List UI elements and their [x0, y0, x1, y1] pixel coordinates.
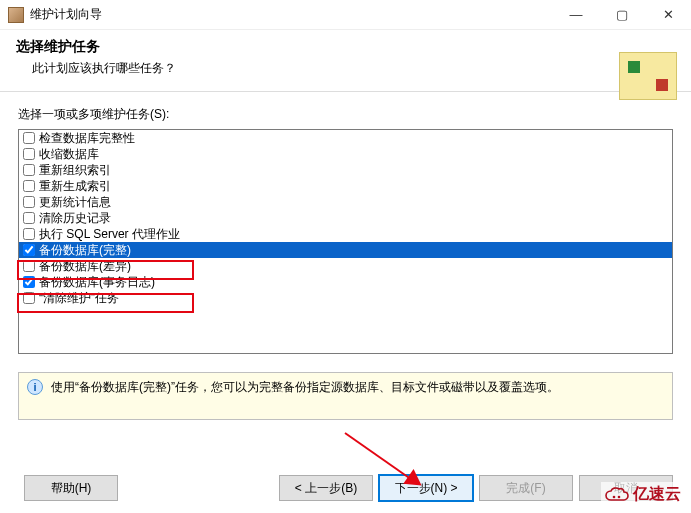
task-label: 更新统计信息 [39, 194, 111, 210]
task-checkbox[interactable] [23, 196, 35, 208]
task-listbox[interactable]: 检查数据库完整性收缩数据库重新组织索引重新生成索引更新统计信息清除历史记录执行 … [18, 129, 673, 354]
task-checkbox[interactable] [23, 276, 35, 288]
task-row[interactable]: 重新生成索引 [19, 178, 672, 194]
back-button[interactable]: < 上一步(B) [279, 475, 373, 501]
watermark-icon [605, 486, 629, 504]
info-icon: i [27, 379, 43, 395]
task-checkbox[interactable] [23, 228, 35, 240]
watermark: 亿速云 [601, 482, 685, 507]
task-row[interactable]: 执行 SQL Server 代理作业 [19, 226, 672, 242]
task-row[interactable]: 备份数据库(事务日志) [19, 274, 672, 290]
task-checkbox[interactable] [23, 244, 35, 256]
task-label: 重新生成索引 [39, 178, 111, 194]
task-checkbox[interactable] [23, 260, 35, 272]
task-label: “清除维护”任务 [39, 290, 119, 306]
task-checkbox[interactable] [23, 148, 35, 160]
watermark-text: 亿速云 [633, 484, 681, 505]
task-checkbox[interactable] [23, 292, 35, 304]
task-checkbox[interactable] [23, 132, 35, 144]
wizard-header: 选择维护任务 此计划应该执行哪些任务？ [0, 30, 691, 92]
task-label: 执行 SQL Server 代理作业 [39, 226, 180, 242]
maximize-button[interactable]: ▢ [599, 0, 645, 30]
task-label: 重新组织索引 [39, 162, 111, 178]
task-row[interactable]: 更新统计信息 [19, 194, 672, 210]
help-button[interactable]: 帮助(H) [24, 475, 118, 501]
finish-button[interactable]: 完成(F) [479, 475, 573, 501]
task-label: 备份数据库(差异) [39, 258, 131, 274]
close-button[interactable]: ✕ [645, 0, 691, 30]
info-text: 使用“备份数据库(完整)”任务，您可以为完整备份指定源数据库、目标文件或磁带以及… [51, 379, 559, 396]
window-controls: — ▢ ✕ [553, 0, 691, 30]
content-area: 选择一项或多项维护任务(S): 检查数据库完整性收缩数据库重新组织索引重新生成索… [0, 92, 691, 420]
footer: 帮助(H) < 上一步(B) 下一步(N) > 完成(F) 取消 [0, 475, 691, 501]
task-checkbox[interactable] [23, 212, 35, 224]
page-title: 选择维护任务 [16, 38, 675, 56]
minimize-button[interactable]: — [553, 0, 599, 30]
task-row[interactable]: “清除维护”任务 [19, 290, 672, 306]
task-label: 备份数据库(事务日志) [39, 274, 155, 290]
task-row[interactable]: 备份数据库(差异) [19, 258, 672, 274]
svg-point-1 [618, 495, 621, 498]
app-icon [8, 7, 24, 23]
titlebar: 维护计划向导 — ▢ ✕ [0, 0, 691, 30]
task-row[interactable]: 检查数据库完整性 [19, 130, 672, 146]
task-row[interactable]: 收缩数据库 [19, 146, 672, 162]
task-label: 检查数据库完整性 [39, 130, 135, 146]
task-list-label: 选择一项或多项维护任务(S): [18, 106, 673, 123]
task-checkbox[interactable] [23, 180, 35, 192]
info-panel: i 使用“备份数据库(完整)”任务，您可以为完整备份指定源数据库、目标文件或磁带… [18, 372, 673, 420]
task-row[interactable]: 备份数据库(完整) [19, 242, 672, 258]
task-label: 清除历史记录 [39, 210, 111, 226]
task-label: 备份数据库(完整) [39, 242, 131, 258]
task-label: 收缩数据库 [39, 146, 99, 162]
task-checkbox[interactable] [23, 164, 35, 176]
window-title: 维护计划向导 [30, 6, 553, 23]
task-row[interactable]: 重新组织索引 [19, 162, 672, 178]
svg-point-0 [613, 495, 616, 498]
next-button[interactable]: 下一步(N) > [379, 475, 473, 501]
page-subtitle: 此计划应该执行哪些任务？ [32, 60, 675, 77]
task-row[interactable]: 清除历史记录 [19, 210, 672, 226]
wizard-graphic-icon [619, 52, 677, 100]
